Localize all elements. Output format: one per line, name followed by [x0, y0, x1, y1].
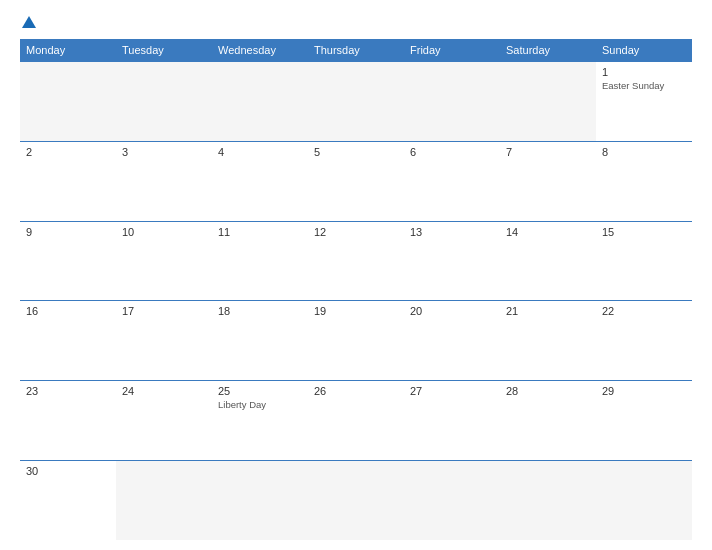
- calendar-cell: 17: [116, 301, 212, 381]
- day-number: 10: [122, 226, 206, 238]
- weekday-header-friday: Friday: [404, 39, 500, 62]
- calendar-cell: 21: [500, 301, 596, 381]
- holiday-name: Easter Sunday: [602, 80, 686, 91]
- page: MondayTuesdayWednesdayThursdayFridaySatu…: [0, 0, 712, 550]
- day-number: 7: [506, 146, 590, 158]
- day-number: 20: [410, 305, 494, 317]
- day-number: 26: [314, 385, 398, 397]
- header: [20, 16, 692, 29]
- calendar-cell: 3: [116, 141, 212, 221]
- calendar-cell: [596, 460, 692, 540]
- day-number: 15: [602, 226, 686, 238]
- calendar-cell: [500, 62, 596, 142]
- calendar-cell: 18: [212, 301, 308, 381]
- calendar-cell: 22: [596, 301, 692, 381]
- weekday-header-row: MondayTuesdayWednesdayThursdayFridaySatu…: [20, 39, 692, 62]
- day-number: 18: [218, 305, 302, 317]
- day-number: 28: [506, 385, 590, 397]
- calendar-cell: 4: [212, 141, 308, 221]
- day-number: 12: [314, 226, 398, 238]
- weekday-header-tuesday: Tuesday: [116, 39, 212, 62]
- calendar-cell: 10: [116, 221, 212, 301]
- calendar-cell: 13: [404, 221, 500, 301]
- day-number: 19: [314, 305, 398, 317]
- day-number: 1: [602, 66, 686, 78]
- calendar-cell: [20, 62, 116, 142]
- day-number: 16: [26, 305, 110, 317]
- calendar-cell: 26: [308, 381, 404, 461]
- calendar-cell: 8: [596, 141, 692, 221]
- day-number: 8: [602, 146, 686, 158]
- calendar-cell: [404, 62, 500, 142]
- day-number: 23: [26, 385, 110, 397]
- day-number: 11: [218, 226, 302, 238]
- calendar-cell: [308, 62, 404, 142]
- calendar-cell: 16: [20, 301, 116, 381]
- calendar-cell: [500, 460, 596, 540]
- day-number: 25: [218, 385, 302, 397]
- week-row-2: 2345678: [20, 141, 692, 221]
- logo: [20, 16, 36, 29]
- day-number: 6: [410, 146, 494, 158]
- day-number: 2: [26, 146, 110, 158]
- weekday-header-sunday: Sunday: [596, 39, 692, 62]
- week-row-6: 30: [20, 460, 692, 540]
- calendar-cell: 11: [212, 221, 308, 301]
- calendar-cell: 2: [20, 141, 116, 221]
- calendar-cell: 15: [596, 221, 692, 301]
- day-number: 4: [218, 146, 302, 158]
- week-row-4: 16171819202122: [20, 301, 692, 381]
- day-number: 21: [506, 305, 590, 317]
- week-row-1: 1Easter Sunday: [20, 62, 692, 142]
- calendar-cell: 7: [500, 141, 596, 221]
- calendar-cell: 9: [20, 221, 116, 301]
- week-row-5: 232425Liberty Day26272829: [20, 381, 692, 461]
- calendar-cell: 5: [308, 141, 404, 221]
- calendar-table: MondayTuesdayWednesdayThursdayFridaySatu…: [20, 39, 692, 540]
- calendar-cell: [308, 460, 404, 540]
- calendar-cell: 29: [596, 381, 692, 461]
- weekday-header-monday: Monday: [20, 39, 116, 62]
- calendar-cell: [116, 460, 212, 540]
- calendar-cell: [116, 62, 212, 142]
- logo-triangle-icon: [22, 16, 36, 28]
- day-number: 17: [122, 305, 206, 317]
- weekday-header-wednesday: Wednesday: [212, 39, 308, 62]
- calendar-cell: 6: [404, 141, 500, 221]
- calendar-cell: 12: [308, 221, 404, 301]
- calendar-cell: [404, 460, 500, 540]
- calendar-cell: 25Liberty Day: [212, 381, 308, 461]
- day-number: 24: [122, 385, 206, 397]
- calendar-cell: 24: [116, 381, 212, 461]
- week-row-3: 9101112131415: [20, 221, 692, 301]
- calendar-cell: 23: [20, 381, 116, 461]
- logo-blue-row: [20, 16, 36, 29]
- weekday-header-saturday: Saturday: [500, 39, 596, 62]
- holiday-name: Liberty Day: [218, 399, 302, 410]
- calendar-cell: 19: [308, 301, 404, 381]
- calendar-cell: 1Easter Sunday: [596, 62, 692, 142]
- calendar-cell: [212, 460, 308, 540]
- calendar-cell: 20: [404, 301, 500, 381]
- day-number: 13: [410, 226, 494, 238]
- day-number: 29: [602, 385, 686, 397]
- day-number: 14: [506, 226, 590, 238]
- weekday-header-thursday: Thursday: [308, 39, 404, 62]
- calendar-cell: 27: [404, 381, 500, 461]
- day-number: 5: [314, 146, 398, 158]
- calendar-cell: 30: [20, 460, 116, 540]
- day-number: 9: [26, 226, 110, 238]
- day-number: 3: [122, 146, 206, 158]
- day-number: 30: [26, 465, 110, 477]
- calendar-cell: [212, 62, 308, 142]
- day-number: 22: [602, 305, 686, 317]
- calendar-cell: 14: [500, 221, 596, 301]
- day-number: 27: [410, 385, 494, 397]
- calendar-cell: 28: [500, 381, 596, 461]
